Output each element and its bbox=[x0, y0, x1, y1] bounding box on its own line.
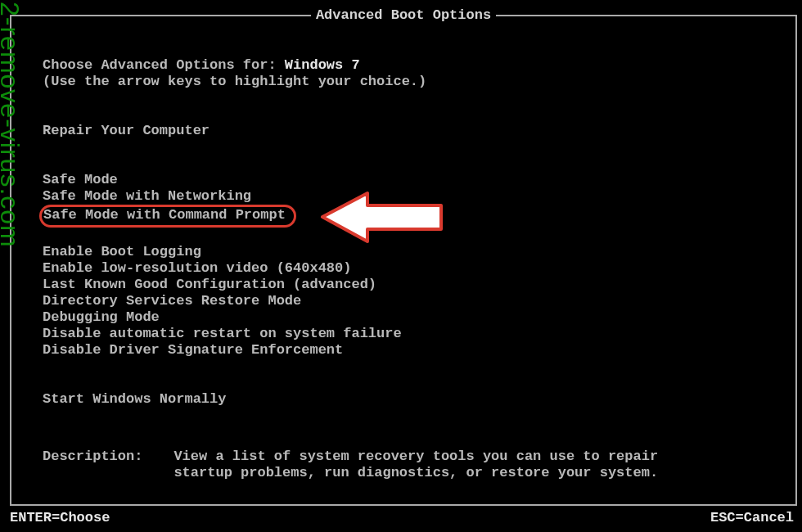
choose-line: Choose Advanced Options for: Windows 7 bbox=[43, 57, 795, 74]
option-low-res-video[interactable]: Enable low-resolution video (640x480) bbox=[43, 260, 354, 277]
instruction-line: (Use the arrow keys to highlight your ch… bbox=[43, 74, 795, 90]
content-area: Choose Advanced Options for: Windows 7 (… bbox=[11, 16, 795, 481]
os-name: Windows 7 bbox=[285, 57, 360, 73]
option-safe-mode-cmd-highlighted[interactable]: Safe Mode with Command Prompt bbox=[39, 205, 296, 228]
pointer-arrow-icon bbox=[314, 187, 449, 248]
choose-prefix: Choose Advanced Options for: bbox=[43, 57, 285, 73]
option-disable-driver-sig[interactable]: Disable Driver Signature Enforcement bbox=[43, 342, 346, 358]
watermark-text: 2-remove-virus.com bbox=[0, 2, 23, 248]
footer-esc-label: ESC=Cancel bbox=[710, 510, 794, 525]
option-disable-auto-restart[interactable]: Disable automatic restart on system fail… bbox=[43, 326, 405, 342]
title-bar: Advanced Boot Options bbox=[11, 7, 795, 23]
boot-screen: Advanced Boot Options Choose Advanced Op… bbox=[10, 15, 797, 506]
option-boot-logging[interactable]: Enable Boot Logging bbox=[43, 244, 205, 260]
description-text: View a list of system recovery tools you… bbox=[173, 449, 665, 481]
description-row: Description: View a list of system recov… bbox=[43, 449, 665, 481]
page-title: Advanced Boot Options bbox=[311, 7, 496, 23]
option-last-known-good[interactable]: Last Known Good Configuration (advanced) bbox=[43, 277, 380, 293]
footer-enter-label: ENTER=Choose bbox=[10, 510, 110, 525]
option-start-normally[interactable]: Start Windows Normally bbox=[43, 391, 229, 408]
footer-bar: ENTER=Choose ESC=Cancel bbox=[10, 510, 794, 525]
option-directory-services-restore[interactable]: Directory Services Restore Mode bbox=[43, 293, 304, 309]
option-debugging-mode[interactable]: Debugging Mode bbox=[43, 309, 163, 326]
option-safe-mode-networking[interactable]: Safe Mode with Networking bbox=[43, 188, 255, 205]
option-repair-computer[interactable]: Repair Your Computer bbox=[43, 123, 213, 139]
option-safe-mode-cmd-label: Safe Mode with Command Prompt bbox=[43, 207, 286, 223]
description-label: Description: bbox=[43, 449, 142, 481]
option-safe-mode[interactable]: Safe Mode bbox=[43, 172, 121, 188]
